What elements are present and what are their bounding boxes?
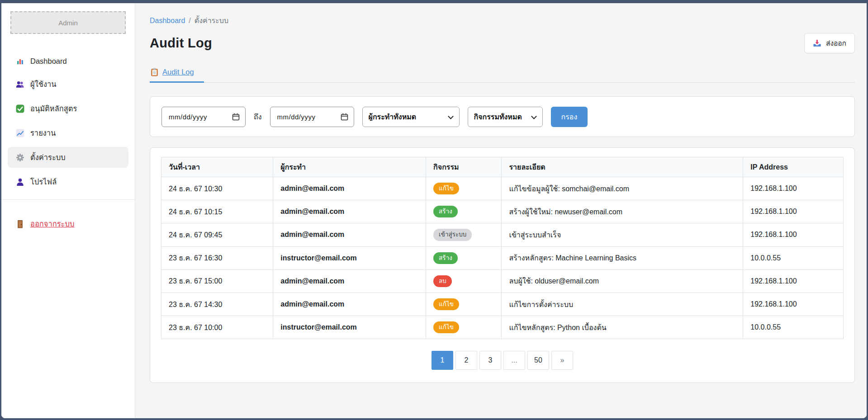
sidebar-item-profile[interactable]: โปรไฟล์: [8, 171, 128, 192]
cell-activity: สร้าง: [426, 246, 502, 269]
cell-datetime: 23 ธ.ค. 67 15:00: [161, 269, 273, 293]
audit-log-table: วันที่-เวลา ผู้กระทำ กิจกรรม รายละเอียด …: [161, 157, 844, 339]
cell-activity: แก้ไข: [426, 316, 502, 339]
activity-badge: ลบ: [433, 275, 452, 287]
cell-ip: 192.168.1.100: [743, 269, 844, 293]
sidebar-menu: Dashboard ผู้ใช้งาน อนุมัติหลักสูตร: [1, 52, 135, 192]
activity-badge: แก้ไข: [433, 183, 459, 194]
column-header-detail: รายละเอียด: [502, 157, 743, 177]
clipboard-icon: [151, 68, 158, 76]
cell-actor: admin@email.com: [273, 269, 426, 293]
inbox-tray-icon: [813, 39, 821, 47]
tab-bar: Audit Log: [150, 65, 855, 83]
cell-datetime: 23 ธ.ค. 67 14:30: [161, 293, 273, 316]
cell-ip: 192.168.1.100: [743, 293, 844, 316]
cell-activity: เข้าสู่ระบบ: [426, 223, 502, 246]
activity-badge: แก้ไข: [433, 298, 459, 310]
date-to-placeholder: mm/dd/yyyy: [277, 113, 316, 121]
sidebar-item-reports[interactable]: รายงาน: [8, 123, 128, 143]
calendar-icon[interactable]: [341, 113, 348, 121]
column-header-datetime: วันที่-เวลา: [161, 157, 273, 177]
cell-datetime: 24 ธ.ค. 67 09:45: [161, 223, 273, 246]
export-button-label: ส่งออก: [826, 38, 846, 49]
pagination-page-50[interactable]: 50: [527, 351, 549, 370]
pagination-page-3[interactable]: 3: [479, 351, 501, 370]
sidebar-divider: [1, 199, 135, 200]
column-header-activity: กิจกรรม: [426, 157, 502, 177]
gear-icon: [15, 153, 24, 162]
bar-chart-icon: [15, 57, 24, 66]
filter-apply-button[interactable]: กรอง: [551, 107, 588, 127]
tab-audit-log[interactable]: Audit Log: [150, 65, 204, 83]
cell-actor: instructor@email.com: [273, 316, 426, 339]
activity-badge: เข้าสู่ระบบ: [433, 229, 472, 241]
sidebar-item-approve-courses[interactable]: อนุมัติหลักสูตร: [8, 98, 128, 119]
breadcrumb-current: ตั้งค่าระบบ: [194, 17, 228, 24]
cell-actor: admin@email.com: [273, 177, 426, 200]
cell-datetime: 24 ธ.ค. 67 10:30: [161, 177, 273, 200]
table-row: 23 ธ.ค. 67 16:30 instructor@email.com สร…: [161, 246, 844, 269]
sidebar-item-label: Dashboard: [30, 57, 67, 66]
table-row: 24 ธ.ค. 67 10:30 admin@email.com แก้ไข แ…: [161, 177, 844, 200]
audit-log-card: วันที่-เวลา ผู้กระทำ กิจกรรม รายละเอียด …: [150, 147, 855, 383]
app-window: Admin Dashboard ผู้ใช้งาน: [0, 0, 868, 420]
pagination-next-button[interactable]: »: [551, 351, 573, 370]
table-row: 23 ธ.ค. 67 14:30 admin@email.com แก้ไข แ…: [161, 293, 844, 316]
cell-activity: ลบ: [426, 269, 502, 293]
activity-badge: สร้าง: [433, 252, 458, 264]
cell-activity: แก้ไข: [426, 293, 502, 316]
chart-increasing-icon: [15, 128, 24, 137]
tab-label: Audit Log: [162, 68, 194, 76]
activity-badge: แก้ไข: [433, 321, 459, 333]
cell-datetime: 24 ธ.ค. 67 10:15: [161, 200, 273, 223]
date-from-placeholder: mm/dd/yyyy: [169, 113, 207, 121]
sidebar-item-label: อนุมัติหลักสูตร: [30, 103, 77, 114]
cell-detail: ลบผู้ใช้: olduser@email.com: [502, 269, 743, 293]
pagination-page-1[interactable]: 1: [432, 351, 453, 370]
cell-actor: admin@email.com: [273, 293, 426, 316]
cell-ip: 192.168.1.100: [743, 223, 844, 246]
cell-ip: 192.168.1.100: [743, 200, 844, 223]
cell-activity: แก้ไข: [426, 177, 502, 200]
sidebar-item-system-settings[interactable]: ตั้งค่าระบบ: [8, 147, 128, 168]
admin-logo-label: Admin: [58, 19, 78, 27]
cell-ip: 192.168.1.100: [743, 177, 844, 200]
breadcrumb-dashboard-link[interactable]: Dashboard: [150, 17, 185, 24]
sidebar-item-users[interactable]: ผู้ใช้งาน: [8, 74, 128, 94]
pagination-page-2[interactable]: 2: [455, 351, 477, 370]
date-from-input[interactable]: mm/dd/yyyy: [161, 107, 246, 127]
sidebar-item-label: โปรไฟล์: [30, 176, 57, 188]
table-row: 24 ธ.ค. 67 09:45 admin@email.com เข้าสู่…: [161, 223, 844, 246]
cell-datetime: 23 ธ.ค. 67 10:00: [161, 316, 273, 339]
logout-label: ออกจากระบบ: [30, 218, 74, 230]
cell-ip: 10.0.0.55: [743, 316, 844, 339]
cell-detail: แก้ไขการตั้งค่าระบบ: [502, 293, 743, 316]
activity-filter-select[interactable]: กิจกรรมทั้งหมด: [468, 107, 543, 127]
calendar-icon[interactable]: [232, 113, 240, 121]
cell-detail: แก้ไขข้อมูลผู้ใช้: somchai@email.com: [502, 177, 743, 200]
date-to-input[interactable]: mm/dd/yyyy: [270, 107, 354, 127]
sidebar-item-dashboard[interactable]: Dashboard: [8, 52, 128, 70]
cell-detail: สร้างผู้ใช้ใหม่: newuser@email.com: [502, 200, 743, 223]
admin-logo-placeholder: Admin: [10, 11, 126, 34]
column-header-ip: IP Address: [743, 157, 844, 177]
door-icon: [15, 219, 24, 228]
sidebar-item-label: ตั้งค่าระบบ: [30, 151, 66, 163]
actor-filter-select[interactable]: ผู้กระทำทั้งหมด: [362, 107, 460, 127]
activity-badge: สร้าง: [433, 206, 458, 217]
cell-actor: instructor@email.com: [273, 246, 426, 269]
cell-ip: 10.0.0.55: [743, 246, 844, 269]
sidebar-item-label: รายงาน: [30, 127, 56, 139]
date-range-to-label: ถึง: [254, 111, 262, 123]
cell-detail: แก้ไขหลักสูตร: Python เบื้องต้น: [502, 316, 743, 339]
column-header-actor: ผู้กระทำ: [273, 157, 426, 177]
breadcrumb-separator: /: [189, 17, 190, 24]
cell-actor: admin@email.com: [273, 200, 426, 223]
export-button[interactable]: ส่งออก: [804, 33, 855, 53]
cell-detail: สร้างหลักสูตร: Machine Learning Basics: [502, 246, 743, 269]
sidebar-item-label: ผู้ใช้งาน: [30, 78, 57, 90]
pagination-ellipsis: ...: [503, 351, 525, 370]
logout-link[interactable]: ออกจากระบบ: [8, 213, 128, 234]
filter-bar: mm/dd/yyyy ถึง mm/dd/yyyy ผู้กระทำทั้งหม…: [150, 96, 855, 137]
cell-datetime: 23 ธ.ค. 67 16:30: [161, 246, 273, 269]
